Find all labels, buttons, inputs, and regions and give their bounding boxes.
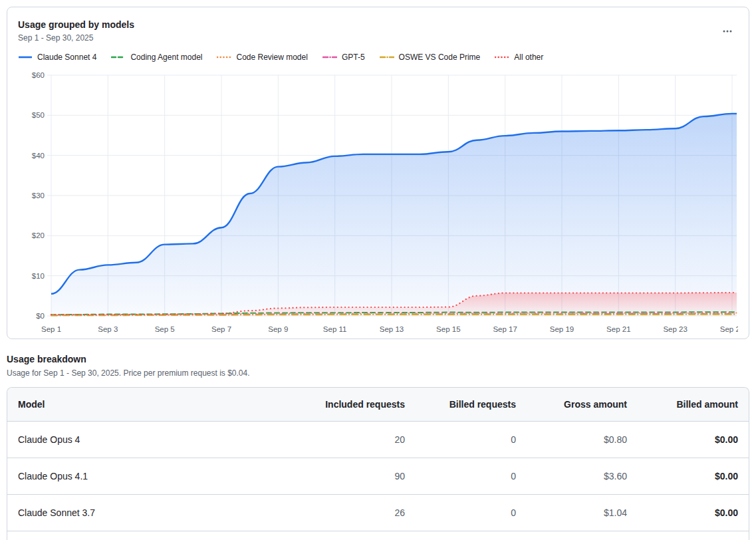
x-axis-tick-label: Sep 1 — [41, 325, 61, 333]
legend-item-gpt-5[interactable]: GPT-5 — [322, 53, 365, 62]
column-header-model: Model — [7, 388, 305, 422]
legend-label: GPT-5 — [342, 53, 365, 62]
x-axis-tick-label: Sep 5 — [155, 325, 175, 333]
value-cell: $0.80 — [527, 422, 638, 458]
x-axis-tick-label: Sep 25 — [720, 325, 738, 333]
value-cell: $0.00 — [638, 422, 749, 458]
y-axis-tick-label: $40 — [32, 152, 45, 160]
usage-breakdown-table: ModelIncluded requestsBilled requestsGro… — [7, 387, 749, 540]
value-cell: $1.04 — [527, 495, 638, 531]
value-cell: 0 — [416, 458, 527, 495]
legend-label: Claude Sonnet 4 — [37, 53, 96, 62]
table-row-claude-opus-4-1: Claude Opus 4.1900$3.60$0.00 — [7, 458, 749, 495]
chart-canvas[interactable]: $0$10$20$30$40$50$60Sep 1Sep 3Sep 5Sep 7… — [18, 67, 738, 335]
value-cell: $3.60 — [527, 458, 638, 495]
x-axis-tick-label: Sep 21 — [606, 325, 630, 333]
card-menu-button[interactable] — [719, 23, 735, 39]
column-header-included-requests: Included requests — [305, 388, 416, 422]
table-next-row-sliver — [7, 531, 749, 540]
legend-label: OSWE VS Code Prime — [399, 53, 481, 62]
legend-item-oswe-vs-code-prime[interactable]: OSWE VS Code Prime — [380, 53, 481, 62]
x-axis-tick-label: Sep 19 — [550, 325, 574, 333]
x-axis-tick-label: Sep 11 — [323, 325, 347, 333]
legend-swatch-icon — [111, 55, 126, 60]
value-cell: 26 — [305, 495, 416, 531]
value-cell: 0 — [416, 495, 527, 531]
x-axis-tick-label: Sep 15 — [436, 325, 460, 333]
legend-item-code-review-model[interactable]: Code Review model — [217, 53, 307, 62]
area-fill-claude-sonnet-4 — [51, 114, 737, 316]
chart-card-date-range: Sep 1 - Sep 30, 2025 — [18, 33, 738, 43]
x-axis-tick-label: Sep 23 — [663, 325, 687, 333]
value-cell: 20 — [305, 422, 416, 458]
legend-label: Coding Agent model — [130, 53, 202, 62]
value-cell: $0.00 — [638, 495, 749, 531]
model-cell: Claude Opus 4.1 — [7, 458, 305, 495]
legend-item-claude-sonnet-4[interactable]: Claude Sonnet 4 — [18, 53, 96, 62]
legend-swatch-icon — [380, 55, 394, 60]
y-axis-tick-label: $50 — [32, 111, 45, 119]
kebab-horizontal-icon — [722, 26, 733, 37]
model-cell: Claude Opus 4 — [7, 422, 305, 458]
x-axis-tick-label: Sep 17 — [493, 325, 517, 333]
legend-swatch-icon — [495, 55, 509, 60]
breakdown-title: Usage breakdown — [7, 354, 749, 364]
x-axis-tick-label: Sep 9 — [268, 325, 288, 333]
y-axis-tick-label: $10 — [32, 272, 45, 280]
column-header-billed-requests: Billed requests — [416, 388, 527, 422]
table-row-claude-sonnet-3-7: Claude Sonnet 3.7260$1.04$0.00 — [7, 495, 749, 531]
table-header-row: ModelIncluded requestsBilled requestsGro… — [7, 388, 749, 422]
table-row-claude-opus-4: Claude Opus 4200$0.80$0.00 — [7, 422, 749, 458]
x-axis-tick-label: Sep 7 — [211, 325, 231, 333]
x-axis-tick-label: Sep 13 — [380, 325, 404, 333]
chart-legend: Claude Sonnet 4Coding Agent modelCode Re… — [18, 53, 738, 62]
usage-line-chart[interactable]: $0$10$20$30$40$50$60Sep 1Sep 3Sep 5Sep 7… — [18, 67, 738, 335]
value-cell: 90 — [305, 458, 416, 495]
model-cell: Claude Sonnet 3.7 — [7, 495, 305, 531]
value-cell: 0 — [416, 422, 527, 458]
legend-label: Code Review model — [236, 53, 307, 62]
legend-swatch-icon — [322, 55, 337, 60]
legend-item-coding-agent-model[interactable]: Coding Agent model — [111, 53, 202, 62]
legend-swatch-icon — [18, 55, 33, 60]
copilot-usage-page: Usage grouped by models Sep 1 - Sep 30, … — [0, 0, 756, 546]
usage-chart-card: Usage grouped by models Sep 1 - Sep 30, … — [7, 7, 749, 339]
column-header-billed-amount: Billed amount — [638, 388, 749, 422]
y-axis-tick-label: $30 — [32, 192, 45, 200]
value-cell: $0.00 — [638, 458, 749, 495]
y-axis-tick-label: $20 — [32, 231, 45, 239]
x-axis-tick-label: Sep 3 — [98, 325, 118, 333]
legend-swatch-icon — [217, 55, 231, 60]
y-axis-tick-label: $60 — [32, 71, 45, 79]
legend-label: All other — [514, 53, 543, 62]
legend-item-all-other[interactable]: All other — [495, 53, 543, 62]
column-header-gross-amount: Gross amount — [527, 388, 638, 422]
chart-card-title: Usage grouped by models — [18, 19, 738, 30]
breakdown-subtitle: Usage for Sep 1 - Sep 30, 2025. Price pe… — [7, 368, 749, 378]
y-axis-tick-label: $0 — [36, 312, 45, 320]
